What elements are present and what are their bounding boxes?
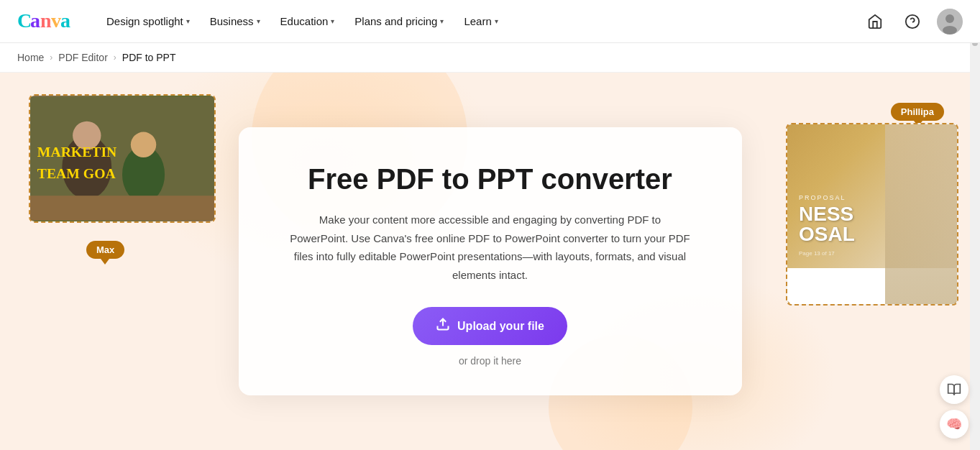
svg-text:a: a — [60, 9, 70, 32]
svg-point-15 — [131, 132, 156, 157]
svg-rect-16 — [30, 196, 214, 220]
deco-left-card: MARKETIN TEAM GOA — [29, 94, 216, 223]
breadcrumb-sep-1: › — [50, 52, 52, 63]
floating-buttons: 🧠 — [940, 375, 968, 438]
main-converter-card: Free PDF to PPT converter Make your cont… — [239, 127, 742, 395]
svg-text:a: a — [30, 9, 40, 32]
breadcrumb-pdf-editor[interactable]: PDF Editor — [58, 52, 107, 63]
nav-right — [862, 9, 963, 35]
breadcrumb: Home › PDF Editor › PDF to PPT — [0, 43, 980, 73]
breadcrumb-current: PDF to PPT — [122, 52, 176, 63]
chevron-down-icon: ▾ — [186, 17, 190, 25]
chevron-down-icon: ▾ — [495, 17, 498, 25]
svg-point-8 — [945, 14, 954, 23]
upload-file-button[interactable]: Upload your file — [413, 307, 567, 345]
svg-text:MARKETIN: MARKETIN — [37, 144, 116, 160]
help-icon[interactable] — [899, 9, 925, 35]
upload-icon — [436, 317, 450, 335]
page-description: Make your content more accessible and en… — [289, 211, 692, 284]
nav-business[interactable]: Business ▾ — [201, 9, 269, 33]
deco-left-card-image: MARKETIN TEAM GOA — [30, 96, 214, 221]
chevron-down-icon: ▾ — [257, 17, 260, 25]
page-title: Free PDF to PPT converter — [282, 162, 699, 196]
navbar: C a n v a Design spotlight ▾ Business ▾ … — [0, 0, 980, 43]
chevron-down-icon: ▾ — [331, 17, 334, 25]
deco-right-card-inner: PROPOSAL NESS OSAL Page 13 of 17 — [787, 124, 957, 268]
brain-button[interactable]: 🧠 — [940, 410, 968, 438]
nav-plans-pricing[interactable]: Plans and pricing ▾ — [346, 9, 452, 33]
canva-logo[interactable]: C a n v a — [17, 9, 75, 35]
nav-learn[interactable]: Learn ▾ — [455, 9, 506, 33]
book-button[interactable] — [940, 375, 968, 404]
svg-point-9 — [943, 26, 957, 35]
svg-text:TEAM GOA: TEAM GOA — [37, 165, 116, 181]
brain-icon: 🧠 — [946, 416, 962, 432]
breadcrumb-sep-2: › — [114, 52, 116, 63]
home-icon[interactable] — [862, 9, 888, 35]
deco-right-card-container: Phillipa PROPOSAL NESS OSAL Page 13 of 1… — [786, 116, 958, 306]
deco-left-card-container: MARKETIN TEAM GOA Max — [29, 94, 216, 223]
max-badge: Max — [86, 241, 124, 259]
nav-design-spotlight[interactable]: Design spotlight ▾ — [98, 9, 198, 33]
deco-right-card: PROPOSAL NESS OSAL Page 13 of 17 — [786, 123, 958, 306]
drop-text: or drop it here — [459, 355, 521, 367]
nav-education[interactable]: Education ▾ — [272, 9, 344, 33]
upload-button-label: Upload your file — [457, 320, 544, 333]
phillipa-badge: Phillipa — [891, 103, 944, 121]
user-avatar[interactable] — [937, 9, 963, 35]
chevron-down-icon: ▾ — [440, 17, 444, 25]
nav-items: Design spotlight ▾ Business ▾ Education … — [98, 9, 862, 33]
svg-text:n: n — [40, 9, 52, 32]
hero-section: MARKETIN TEAM GOA Max Free PDF to PPT co… — [0, 73, 980, 450]
svg-text:v: v — [51, 9, 61, 32]
breadcrumb-home[interactable]: Home — [17, 52, 44, 63]
scrollbar[interactable] — [970, 0, 980, 450]
